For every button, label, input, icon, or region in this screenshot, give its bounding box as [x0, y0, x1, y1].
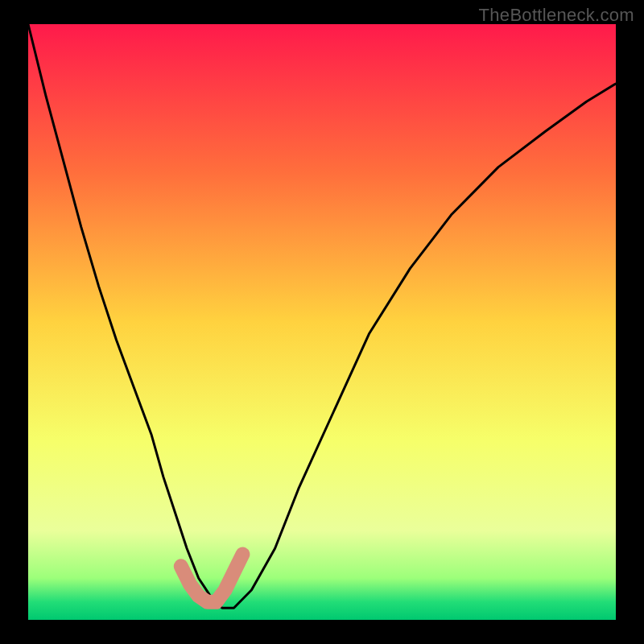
- chart-frame: TheBottleneck.com: [0, 0, 644, 644]
- watermark-label: TheBottleneck.com: [479, 5, 634, 26]
- bottleneck-chart: [0, 0, 644, 644]
- gradient-background: [28, 24, 616, 620]
